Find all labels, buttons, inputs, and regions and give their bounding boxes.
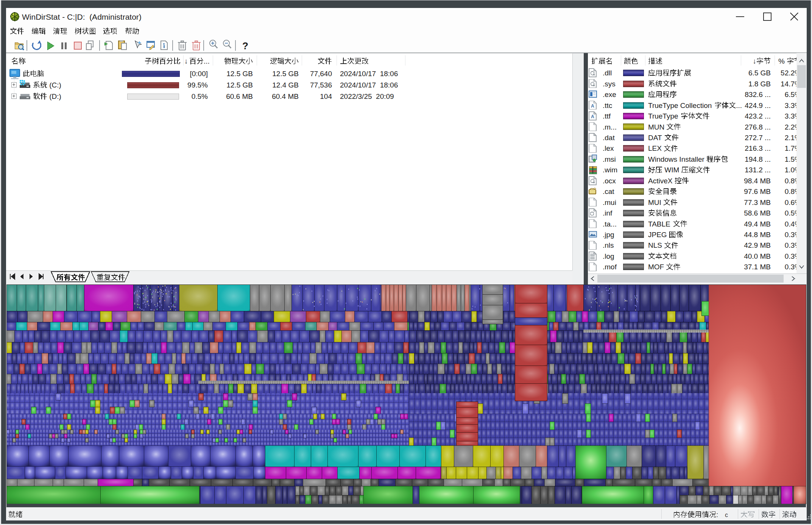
svg-text:42.9 MB: 42.9 MB xyxy=(744,241,771,249)
svg-text:6.5 GB: 6.5 GB xyxy=(748,69,771,77)
svg-text:77,536: 77,536 xyxy=(310,81,332,89)
svg-text:.jpg: .jpg xyxy=(603,231,614,239)
svg-text:2024/10/17 18:06: 2024/10/17 18:06 xyxy=(340,70,398,78)
svg-text:JPEG: JPEG xyxy=(648,231,669,239)
svg-text:.wim: .wim xyxy=(603,166,617,174)
svg-text:.nls: .nls xyxy=(603,241,614,249)
svg-text:49.4 MB: 49.4 MB xyxy=(744,220,771,228)
svg-text:272.7 ...: 272.7 ... xyxy=(745,134,771,142)
svg-text:99.5%: 99.5% xyxy=(187,81,208,89)
svg-text:216.3 ...: 216.3 ... xyxy=(745,144,771,152)
svg-text:...: ... xyxy=(736,102,742,109)
svg-text:WIM: WIM xyxy=(662,166,681,174)
svg-text:12.5 GB: 12.5 GB xyxy=(226,70,253,78)
svg-text:.log: .log xyxy=(603,252,614,260)
svg-text:37.1 MB: 37.1 MB xyxy=(744,263,771,271)
svg-text:MOF: MOF xyxy=(648,263,666,271)
svg-text:.sys: .sys xyxy=(603,80,616,88)
svg-text:.cat: .cat xyxy=(603,188,614,195)
svg-text:60.4 MB: 60.4 MB xyxy=(272,92,299,100)
svg-text:104: 104 xyxy=(320,92,332,100)
svg-text:(C:): (C:) xyxy=(47,81,61,89)
svg-text:ActiveX: ActiveX xyxy=(648,177,675,185)
svg-text:44.8 MB: 44.8 MB xyxy=(744,231,771,239)
svg-text:.exe: .exe xyxy=(603,91,616,98)
svg-text:.ta...: .ta... xyxy=(603,220,617,228)
svg-text:↓: ↓ xyxy=(753,57,757,65)
svg-text:97.6 MB: 97.6 MB xyxy=(744,188,771,195)
svg-text:WinDirStat - C:|D: (Administr: WinDirStat - C:|D: (Administrator) xyxy=(22,12,142,21)
svg-text:60.6 MB: 60.6 MB xyxy=(226,92,253,100)
svg-text:12.5 GB: 12.5 GB xyxy=(272,70,299,78)
svg-text:77.3 MB: 77.3 MB xyxy=(744,198,771,206)
svg-text:0.5%: 0.5% xyxy=(192,92,208,100)
svg-text:40.0 MB: 40.0 MB xyxy=(744,252,771,260)
svg-text:TrueType: TrueType xyxy=(648,112,680,120)
svg-text:LEX: LEX xyxy=(648,144,664,152)
svg-text:.ttf: .ttf xyxy=(603,112,611,120)
svg-text:TABLE: TABLE xyxy=(648,220,672,228)
svg-text:...: ... xyxy=(204,57,210,65)
svg-text:12.4 GB: 12.4 GB xyxy=(272,81,299,89)
svg-text:424.9 ...: 424.9 ... xyxy=(745,102,771,109)
svg-text:?: ? xyxy=(242,40,248,52)
svg-text:.inf: .inf xyxy=(603,209,613,217)
svg-text:.dat: .dat xyxy=(603,134,615,142)
svg-text:↓: ↓ xyxy=(184,57,188,65)
svg-text:A: A xyxy=(591,103,594,109)
svg-text:.dll: .dll xyxy=(603,69,612,77)
svg-text:DAT: DAT xyxy=(648,134,664,142)
svg-text:(D:): (D:) xyxy=(47,92,61,100)
svg-text:131.2 ...: 131.2 ... xyxy=(745,166,771,174)
svg-text:77,640: 77,640 xyxy=(310,70,332,78)
svg-text:.m...: .m... xyxy=(603,123,617,131)
svg-text:276.8 ...: 276.8 ... xyxy=(745,123,771,131)
svg-text:.lex: .lex xyxy=(603,144,614,152)
svg-text:[0:00]: [0:00] xyxy=(190,70,208,78)
svg-text:.ocx: .ocx xyxy=(603,177,616,185)
svg-text:98.4 MB: 98.4 MB xyxy=(744,177,771,185)
svg-text:194.8 ...: 194.8 ... xyxy=(745,155,771,163)
svg-text:2022/3/25 20:09: 2022/3/25 20:09 xyxy=(340,92,394,100)
svg-text:423.2 ...: 423.2 ... xyxy=(745,112,771,120)
svg-text:%: % xyxy=(778,57,787,65)
svg-text:.mui: .mui xyxy=(603,198,616,206)
svg-text::: : xyxy=(716,511,718,519)
svg-text:MUI: MUI xyxy=(648,198,663,206)
svg-text:MUN: MUN xyxy=(648,123,667,131)
svg-text:12.5 GB: 12.5 GB xyxy=(226,81,253,89)
svg-text:58.6 MB: 58.6 MB xyxy=(744,209,771,217)
svg-text:.mof: .mof xyxy=(603,263,617,271)
svg-text:832.6 ...: 832.6 ... xyxy=(745,91,771,98)
svg-text:.msi: .msi xyxy=(603,155,616,163)
svg-text:2024/10/17 18:06: 2024/10/17 18:06 xyxy=(340,81,398,89)
svg-text:c: c xyxy=(725,512,728,518)
svg-text:1.8 GB: 1.8 GB xyxy=(748,80,771,88)
svg-text:Windows Installer: Windows Installer xyxy=(648,155,706,163)
svg-text:TrueType Collection: TrueType Collection xyxy=(648,102,714,109)
svg-text:A: A xyxy=(591,114,594,119)
svg-text:.ttc: .ttc xyxy=(603,102,612,109)
svg-text:NLS: NLS xyxy=(648,241,664,249)
